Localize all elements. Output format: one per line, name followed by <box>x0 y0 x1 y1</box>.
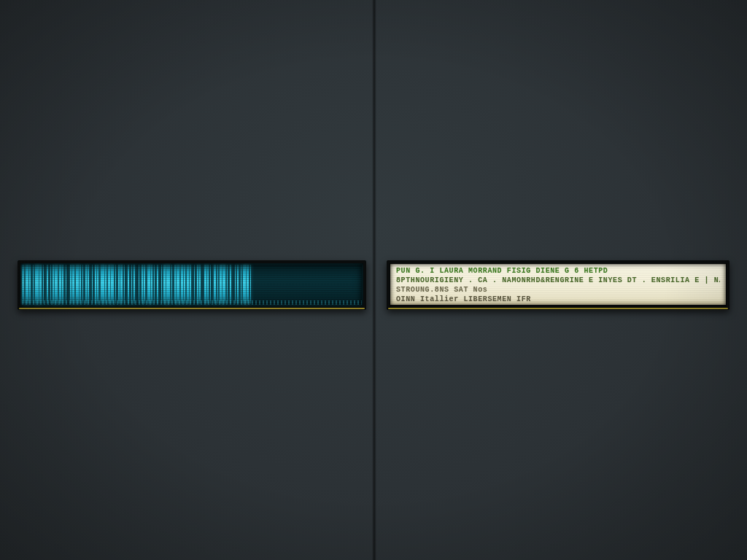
barcode-gap <box>251 265 252 304</box>
lcd-line-2: 8PTHNOURIGIENY . CA . NAMONRHD&RENGRINE … <box>396 276 720 285</box>
lcd-line-4: OINN Itallier LIBERSEMEN IFR <box>396 295 720 304</box>
display-panel-lcd: PUN G. I LAURA MORRAND FISIG DIENE G 6 H… <box>387 260 729 310</box>
center-divider <box>372 0 376 560</box>
lcd-screen: PUN G. I LAURA MORRAND FISIG DIENE G 6 H… <box>390 264 726 305</box>
scene-root: PUN G. I LAURA MORRAND FISIG DIENE G 6 H… <box>0 0 747 560</box>
barcode-stripe-area <box>22 265 362 304</box>
display-panel-barcode <box>18 260 366 310</box>
lcd-line-1: PUN G. I LAURA MORRAND FISIG DIENE G 6 H… <box>396 266 720 276</box>
lcd-line-3: STROUNG.8NS SAT Nos <box>396 285 720 295</box>
